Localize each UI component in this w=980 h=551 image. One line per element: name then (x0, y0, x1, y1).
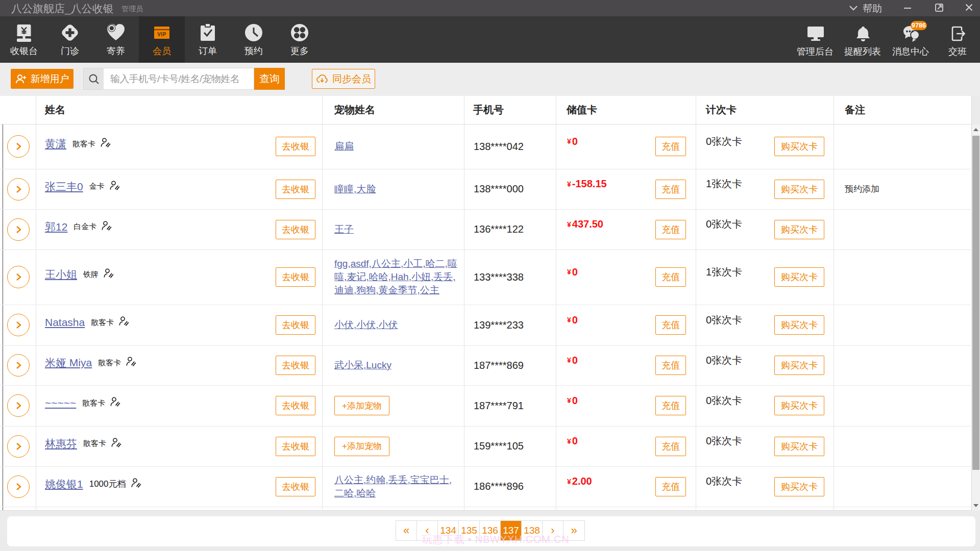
svg-text:VIP: VIP (157, 32, 166, 37)
